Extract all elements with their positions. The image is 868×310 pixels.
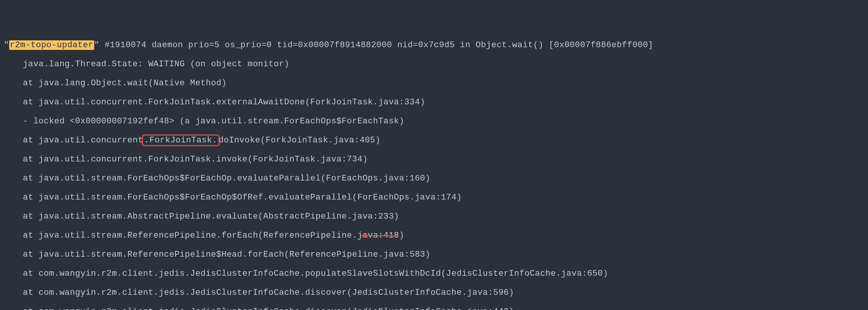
stack-frame-arrow: at java.util.stream.ReferencePipeline.fo… [4, 231, 864, 240]
highlight-box-forkjointask: .ForkJoinTask. [142, 134, 220, 146]
stack-frame: at java.util.stream.ReferencePipeline$He… [4, 250, 864, 259]
stack-frame: at com.wangyin.r2m.client.jedis.JedisClu… [4, 288, 864, 297]
thread-header-line: "r2m-topo-updater" #1910074 daemon prio=… [4, 40, 864, 50]
quote-open: " [4, 40, 9, 50]
stack-frame-text: at java.util.stream.ReferencePipeline.fo… [23, 231, 404, 240]
stack-frame-boxed: at java.util.concurrent.ForkJoinTask.doI… [4, 136, 864, 145]
stack-frame-suffix: doInvoke(ForkJoinTask.java:405) [219, 136, 381, 145]
thread-state-line: java.lang.Thread.State: WAITING (on obje… [4, 59, 864, 69]
stack-frame: at java.util.stream.ForEachOps$ForEachOp… [4, 174, 864, 183]
thread-header-rest: " #1910074 daemon prio=5 os_prio=0 tid=0… [94, 40, 653, 50]
stack-frame: at com.wangyin.r2m.client.jedis.JedisClu… [4, 307, 864, 310]
stack-frame-locked: - locked <0x00000007192fef48> (a java.ut… [4, 117, 864, 126]
stack-frame: at java.util.concurrent.ForkJoinTask.inv… [4, 155, 864, 164]
stack-frame: at java.util.stream.AbstractPipeline.eva… [4, 212, 864, 221]
stack-frame: at java.util.stream.ForEachOps$ForEachOp… [4, 193, 864, 202]
stack-frame: at java.util.concurrent.ForkJoinTask.ext… [4, 97, 864, 107]
stack-frame: at java.lang.Object.wait(Native Method) [4, 78, 864, 88]
stack-frame-prefix: at java.util.concurrent [23, 136, 143, 145]
thread-name-highlight: r2m-topo-updater [9, 40, 94, 50]
stack-frame: at com.wangyin.r2m.client.jedis.JedisClu… [4, 269, 864, 278]
